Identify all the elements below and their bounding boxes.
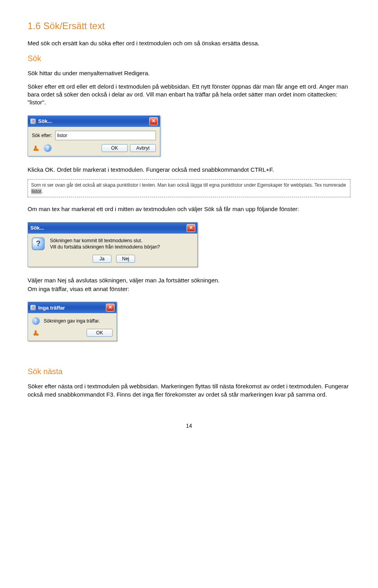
yes-button[interactable]: Ja <box>93 255 111 263</box>
java-app-icon <box>30 119 36 124</box>
click-ok-paragraph: Klicka OK. Ordet blir markerat i textmod… <box>28 166 350 174</box>
sok-nasta-paragraph: Söker efter nästa ord i textmodulen på w… <box>28 382 350 399</box>
question-icon: ? <box>32 237 44 250</box>
search-label: Sök efter: <box>32 132 52 139</box>
ok-button[interactable]: OK <box>87 329 113 337</box>
highlighted-word: listor <box>31 189 42 194</box>
ok-button[interactable]: OK <box>102 144 128 152</box>
cancel-button[interactable]: Avbryt <box>130 144 156 152</box>
seltext-after: . <box>42 189 43 194</box>
dialog-message-line2: Vill du fortsätta sökningen från textmod… <box>50 244 160 250</box>
no-hits-dialog: Inga träffar ✕ ! Sökningen gav inga träf… <box>28 302 117 341</box>
no-hits-paragraph: Om inga träffar, visas ett annat fönster… <box>28 285 350 293</box>
seltext-before: Som ni ser ovan går det också att skapa … <box>31 182 346 188</box>
sok-path-paragraph: Sök hittar du under menyalternativet Red… <box>28 69 350 77</box>
close-icon[interactable]: ✕ <box>106 304 115 312</box>
search-dialog: Sök... ✕ Sök efter: ? OK Avbryt <box>28 115 160 156</box>
dialog-title: Sök... <box>38 118 52 125</box>
dialog-titlebar[interactable]: Sök... ✕ <box>28 116 160 127</box>
heading-sok-nasta: Sök nästa <box>28 366 350 377</box>
help-icon[interactable]: ? <box>44 144 52 152</box>
search-input[interactable] <box>55 131 156 140</box>
dialog-titlebar[interactable]: Sök... ✕ <box>28 223 197 234</box>
dialog-title: Inga träffar <box>38 304 65 312</box>
dialog-title: Sök... <box>30 224 44 232</box>
dialog-titlebar[interactable]: Inga träffar ✕ <box>28 302 117 313</box>
hand-icon <box>32 144 41 152</box>
java-app-icon <box>30 305 36 310</box>
intro-paragraph: Med sök och ersätt kan du söka efter ord… <box>28 39 350 47</box>
text-selection-example: Som ni ser ovan går det också att skapa … <box>28 179 350 197</box>
choose-paragraph: Väljer man Nej så avslutas sökningen, vä… <box>28 276 350 284</box>
page-number: 14 <box>28 422 350 430</box>
continue-search-dialog: Sök... ✕ ? Sökningen har kommit till tex… <box>28 222 198 267</box>
info-icon: ! <box>32 317 40 325</box>
dialog-message: Sökningen gav inga träffar. <box>44 318 100 324</box>
dialog-message-line1: Sökningen har kommit till textmodulens s… <box>50 237 160 244</box>
heading-sok: Sök <box>28 53 350 64</box>
close-icon[interactable]: ✕ <box>149 117 158 125</box>
close-icon[interactable]: ✕ <box>187 224 195 232</box>
sok-description-paragraph: Söker efter ett ord eller ett delord i t… <box>28 83 350 107</box>
middle-paragraph: Om man tex har markerat ett ord i mitten… <box>28 205 350 213</box>
heading-search-replace: 1.6 Sök/Ersätt text <box>28 20 350 32</box>
hand-icon <box>32 329 41 337</box>
no-button[interactable]: Nej <box>116 255 135 263</box>
